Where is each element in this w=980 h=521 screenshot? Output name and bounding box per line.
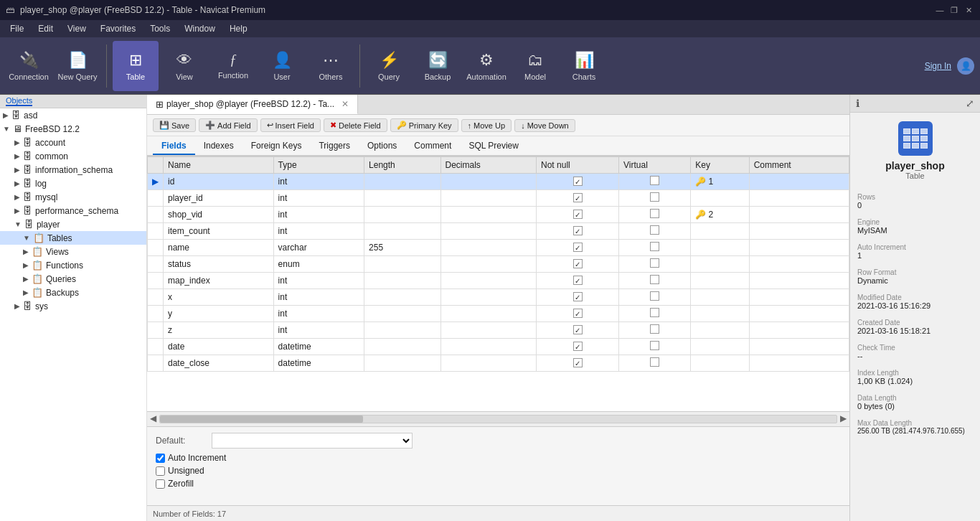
menu-favorites[interactable]: Favorites [93, 22, 143, 35]
field-decimals[interactable] [440, 273, 537, 289]
field-type[interactable]: int [273, 306, 364, 322]
sidebar-item-log[interactable]: ▶ 🗄 log [0, 177, 146, 190]
field-virtual[interactable] [619, 273, 691, 289]
field-decimals[interactable] [440, 322, 537, 339]
minimize-button[interactable]: — [934, 4, 946, 16]
field-virtual[interactable] [619, 256, 691, 273]
field-name[interactable]: date_close [164, 355, 274, 372]
toolbar-view[interactable]: 👁 View [161, 41, 207, 91]
field-not-null[interactable] [537, 306, 619, 322]
menu-help[interactable]: Help [222, 22, 255, 35]
scroll-right-button[interactable]: ▶ [840, 413, 847, 425]
sidebar-item-views[interactable]: ▶ 📋 Views [0, 245, 146, 258]
table-row[interactable]: map_indexint [148, 273, 849, 289]
toolbar-backup[interactable]: 🔄 Backup [415, 41, 461, 91]
field-decimals[interactable] [440, 339, 537, 355]
sidebar-item-performance-schema[interactable]: ▶ 🗄 performance_schema [0, 204, 146, 217]
zerofill-checkbox[interactable] [156, 479, 165, 489]
field-type[interactable]: int [273, 174, 364, 190]
field-name[interactable]: status [164, 256, 274, 273]
field-comment[interactable] [749, 256, 849, 273]
field-virtual[interactable] [619, 174, 691, 190]
field-not-null[interactable] [537, 355, 619, 372]
field-name[interactable]: date [164, 339, 274, 355]
field-length[interactable] [364, 256, 440, 273]
field-virtual[interactable] [619, 289, 691, 306]
menu-edit[interactable]: Edit [31, 22, 60, 35]
toolbar-table[interactable]: ⊞ Table [113, 41, 159, 91]
sign-in-link[interactable]: Sign In [925, 61, 951, 71]
field-type[interactable]: int [273, 273, 364, 289]
field-comment[interactable] [749, 190, 849, 207]
field-length[interactable]: 255 [364, 240, 440, 256]
toolbar-charts[interactable]: 📊 Charts [561, 41, 607, 91]
unsigned-checkbox[interactable] [156, 466, 165, 476]
field-decimals[interactable] [440, 223, 537, 240]
field-decimals[interactable] [440, 190, 537, 207]
field-comment[interactable] [749, 339, 849, 355]
field-decimals[interactable] [440, 240, 537, 256]
table-row[interactable]: date_closedatetime [148, 355, 849, 372]
sidebar-item-information-schema[interactable]: ▶ 🗄 information_schema [0, 163, 146, 177]
field-comment[interactable] [749, 207, 849, 223]
field-type[interactable]: datetime [273, 355, 364, 372]
field-type[interactable]: int [273, 289, 364, 306]
field-comment[interactable] [749, 306, 849, 322]
field-decimals[interactable] [440, 289, 537, 306]
close-button[interactable]: ✕ [963, 4, 974, 16]
save-button[interactable]: 💾 Save [153, 118, 196, 132]
move-up-button[interactable]: ↑ Move Up [461, 119, 512, 132]
col-comment[interactable]: Comment [749, 157, 849, 174]
move-down-button[interactable]: ↓ Move Down [514, 119, 575, 132]
tab-options[interactable]: Options [359, 138, 405, 155]
field-length[interactable] [364, 190, 440, 207]
field-virtual[interactable] [619, 207, 691, 223]
field-comment[interactable] [749, 223, 849, 240]
col-decimals[interactable]: Decimals [440, 157, 537, 174]
table-row[interactable]: shop_vidint🔑 2 [148, 207, 849, 223]
field-comment[interactable] [749, 273, 849, 289]
table-row[interactable]: datedatetime [148, 339, 849, 355]
menu-view[interactable]: View [60, 22, 93, 35]
sidebar-item-queries[interactable]: ▶ 📋 Queries [0, 272, 146, 286]
field-type[interactable]: varchar [273, 240, 364, 256]
table-row[interactable]: statusenum [148, 256, 849, 273]
field-decimals[interactable] [440, 355, 537, 372]
field-type[interactable]: int [273, 223, 364, 240]
field-type[interactable]: enum [273, 256, 364, 273]
add-field-button[interactable]: ➕ Add Field [199, 118, 257, 132]
field-virtual[interactable] [619, 355, 691, 372]
field-name[interactable]: name [164, 240, 274, 256]
info-icon[interactable]: ℹ [856, 98, 859, 109]
col-not-null[interactable]: Not null [537, 157, 619, 174]
field-length[interactable] [364, 174, 440, 190]
table-row[interactable]: ▶idint🔑 1 [148, 174, 849, 190]
field-length[interactable] [364, 289, 440, 306]
col-virtual[interactable]: Virtual [619, 157, 691, 174]
table-row[interactable]: yint [148, 306, 849, 322]
table-row[interactable]: xint [148, 289, 849, 306]
field-length[interactable] [364, 223, 440, 240]
menu-tools[interactable]: Tools [143, 22, 177, 35]
field-decimals[interactable] [440, 306, 537, 322]
field-length[interactable] [364, 306, 440, 322]
expand-panel-icon[interactable]: ⤢ [966, 98, 974, 109]
table-row[interactable]: player_idint [148, 190, 849, 207]
field-comment[interactable] [749, 322, 849, 339]
field-not-null[interactable] [537, 339, 619, 355]
tab-close-icon[interactable]: ✕ [341, 99, 349, 109]
field-name[interactable]: player_id [164, 190, 274, 207]
primary-key-button[interactable]: 🔑 Primary Key [390, 118, 458, 132]
field-not-null[interactable] [537, 174, 619, 190]
field-not-null[interactable] [537, 322, 619, 339]
field-type[interactable]: int [273, 190, 364, 207]
field-not-null[interactable] [537, 273, 619, 289]
field-name[interactable]: z [164, 322, 274, 339]
field-length[interactable] [364, 339, 440, 355]
toolbar-others[interactable]: ⋯ Others [308, 41, 354, 91]
sidebar-item-freebsd[interactable]: ▼ 🖥 FreeBSD 12.2 [0, 122, 146, 136]
field-not-null[interactable] [537, 207, 619, 223]
field-not-null[interactable] [537, 190, 619, 207]
col-name[interactable]: Name [164, 157, 274, 174]
tab-sql-preview[interactable]: SQL Preview [460, 138, 527, 155]
